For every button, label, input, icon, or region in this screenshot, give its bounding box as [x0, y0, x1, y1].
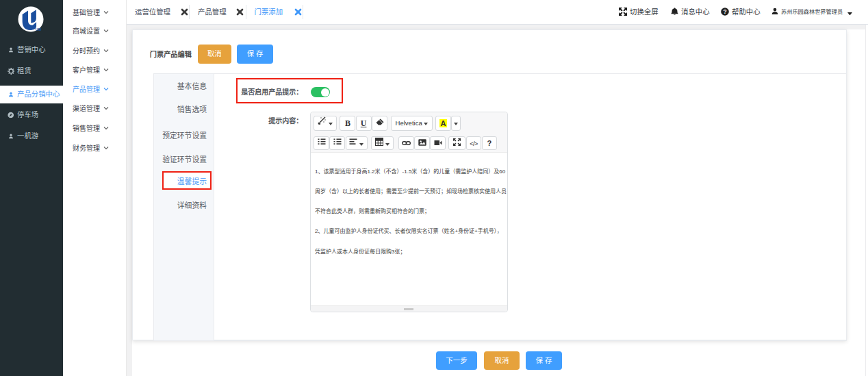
svg-text:UM: UM [36, 27, 42, 32]
svg-text:?: ? [723, 8, 726, 15]
